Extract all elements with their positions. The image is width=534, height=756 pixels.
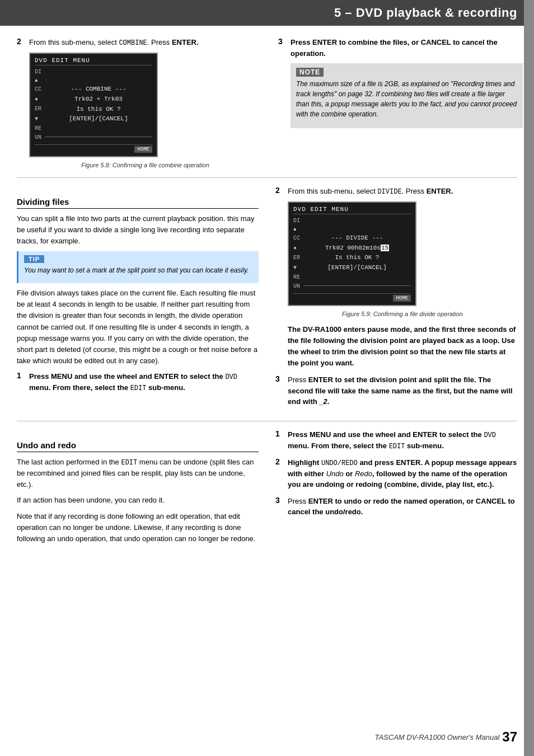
dvd-divide-row-enter: ▼ [ENTER]/[CANCEL] [293, 263, 411, 273]
dvd-divide-row-ok: ER Is this OK ? [293, 253, 411, 263]
step-2-divide-content: From this sub-menu, select DIVIDE. Press… [288, 186, 517, 369]
step-2-undo-content: Highlight UNDO/REDO and press ENTER. A p… [288, 457, 517, 490]
undo-intro3: Note that if any recording is done follo… [17, 511, 259, 544]
step-num-1-undo: 1 [275, 429, 285, 438]
dvd-row-combine-enter: ▼ [ENTER]/[CANCEL] [35, 114, 152, 124]
footer-text: TASCAM DV-RA1000 Owner's Manual [374, 733, 499, 741]
dvd-row-combine-title: CC --- COMBINE --- [35, 84, 152, 95]
dvd-screen-divide: DVD EDIT MENU DI ▲ CC [288, 201, 416, 306]
sidebar-accent [524, 0, 534, 756]
step-num-1-divide: 1 [17, 371, 27, 380]
step-2-undo: 2 Highlight UNDO/REDO and press ENTER. A… [275, 457, 517, 490]
undo-right: 1 Press MENU and use the wheel and ENTER… [275, 429, 517, 549]
tip-box: TIP You may want to set a mark at the sp… [17, 251, 259, 283]
step-2-combine: 2 From this sub-menu, select COMBINE. Pr… [17, 37, 261, 168]
step-1-undo-text: Press MENU and use the wheel and ENTER t… [288, 429, 517, 452]
dvd-row-re: RE [35, 124, 152, 133]
dvd-divide-row-track: ● Trk02 00h02m10s15 [293, 243, 411, 253]
step-num-2-divide: 2 [275, 186, 285, 195]
step-3-undo-text: Press ENTER to undo or redo the named op… [288, 496, 517, 518]
dividing-right: 2 From this sub-menu, select DIVIDE. Pre… [275, 186, 517, 413]
dividing-left: Dividing files You can split a file into… [17, 186, 259, 413]
top-right: 3 Press ENTER to combine the files, or C… [278, 37, 523, 175]
dividing-files-header: Dividing files [17, 197, 259, 209]
undo-redo-section: Undo and redo The last action performed … [0, 424, 534, 555]
tip-text: You may want to set a mark at the split … [24, 265, 253, 275]
step-3-content: Press ENTER to combine the files, or CAN… [291, 37, 523, 128]
step-2-divide: 2 From this sub-menu, select DIVIDE. Pre… [275, 186, 517, 369]
step-num-2: 2 [17, 37, 27, 46]
dvd-screen-body-combine: DI ▲ CC --- COMBINE --- [35, 68, 152, 142]
dvd-row-combine-ok: ER Is this OK ? [35, 105, 152, 115]
step-num-2-undo: 2 [275, 457, 285, 466]
top-left: 2 From this sub-menu, select COMBINE. Pr… [17, 37, 261, 175]
step-3-divide: 3 Press ENTER to set the division point … [275, 374, 517, 407]
step-num-3-divide: 3 [275, 374, 285, 383]
dvd-row-combine-tracks: ● Trk02 + Trk03 [35, 95, 152, 105]
dvd-screen-title-divide: DVD EDIT MENU [293, 206, 411, 214]
figure-caption-divide: Figure 5.9: Confirming a file divide ope… [288, 311, 517, 317]
footer-page-num: 37 [502, 729, 517, 745]
page-footer: TASCAM DV-RA1000 Owner's Manual 37 [0, 729, 534, 745]
step-2-content: From this sub-menu, select COMBINE. Pres… [29, 37, 261, 168]
step-num-3-combine: 3 [278, 37, 288, 46]
step-3-combine: 3 Press ENTER to combine the files, or C… [278, 37, 523, 128]
dvd-row-arrow-up: ▲ [35, 77, 152, 84]
step-3-undo: 3 Press ENTER to undo or redo the named … [275, 496, 517, 518]
step-2-text: From this sub-menu, select COMBINE. Pres… [29, 37, 261, 48]
dividing-files-section: Dividing files You can split a file into… [0, 180, 534, 419]
step-1-divide: 1 Press MENU and use the wheel and ENTER… [17, 371, 259, 393]
dvd-home-btn-combine: HOME [134, 146, 152, 153]
undo-intro2: If an action has been undone, you can re… [17, 495, 259, 506]
tip-label: TIP [24, 255, 44, 263]
divide-loop-text: The DV-RA1000 enters pause mode, and the… [288, 324, 517, 369]
dvd-divide-row-un: UN [293, 282, 411, 291]
dvd-screen-body-divide: DI ▲ CC --- DIVIDE --- [293, 217, 411, 291]
combine-code: COMBINE [119, 39, 147, 47]
dvd-screen-combine: DVD EDIT MENU DI ▲ CC [29, 53, 158, 157]
note-label-combine: NOTE [296, 68, 324, 77]
step-3-undo-content: Press ENTER to undo or redo the named op… [288, 496, 517, 518]
dvd-row-di: DI [35, 68, 152, 77]
dvd-divide-row-di: DI [293, 217, 411, 226]
note-text-combine: The maximum size of a file is 2GB, as ex… [296, 79, 517, 119]
note-box-combine: NOTE The maximum size of a file is 2GB, … [291, 63, 523, 128]
step-3-divide-content: Press ENTER to set the division point an… [288, 374, 517, 407]
undo-redo-header: Undo and redo [17, 440, 259, 452]
dvd-divide-row-title: CC --- DIVIDE --- [293, 233, 411, 243]
dvd-divide-row-up: ▲ [293, 226, 411, 233]
step-1-undo-content: Press MENU and use the wheel and ENTER t… [288, 429, 517, 452]
step-1-divide-content: Press MENU and use the wheel and ENTER t… [29, 371, 259, 393]
figure-caption-combine: Figure 5.8: Confirming a file combine op… [29, 162, 261, 168]
header-title: 5 – DVD playback & recording [334, 6, 517, 20]
undo-left: Undo and redo The last action performed … [17, 429, 259, 549]
dividing-body1: File division always takes place on the … [17, 288, 259, 367]
step-1-undo: 1 Press MENU and use the wheel and ENTER… [275, 429, 517, 452]
dividing-intro: You can split a file into two parts at t… [17, 213, 259, 247]
undo-intro1: The last action performed in the EDIT me… [17, 457, 259, 491]
step-3-text: Press ENTER to combine the files, or CAN… [291, 37, 523, 59]
step-1-divide-text: Press MENU and use the wheel and ENTER t… [29, 371, 259, 393]
dvd-home-btn-divide: HOME [393, 295, 411, 302]
page-header: 5 – DVD playback & recording [0, 0, 534, 26]
dvd-row-un: UN [35, 133, 152, 142]
step-2-undo-text: Highlight UNDO/REDO and press ENTER. A p… [288, 457, 517, 490]
dvd-screen-title-combine: DVD EDIT MENU [35, 57, 152, 65]
dvd-divide-row-re: RE [293, 273, 411, 282]
step-3-divide-text: Press ENTER to set the division point an… [288, 374, 517, 407]
step-num-3-undo: 3 [275, 496, 285, 505]
page: 5 – DVD playback & recording 2 From this… [0, 0, 534, 756]
step-2-divide-text: From this sub-menu, select DIVIDE. Press… [288, 186, 517, 197]
dvd-home-bar-divide: HOME [293, 293, 411, 302]
top-section: 2 From this sub-menu, select COMBINE. Pr… [0, 26, 534, 175]
dvd-home-bar-combine: HOME [35, 144, 152, 153]
